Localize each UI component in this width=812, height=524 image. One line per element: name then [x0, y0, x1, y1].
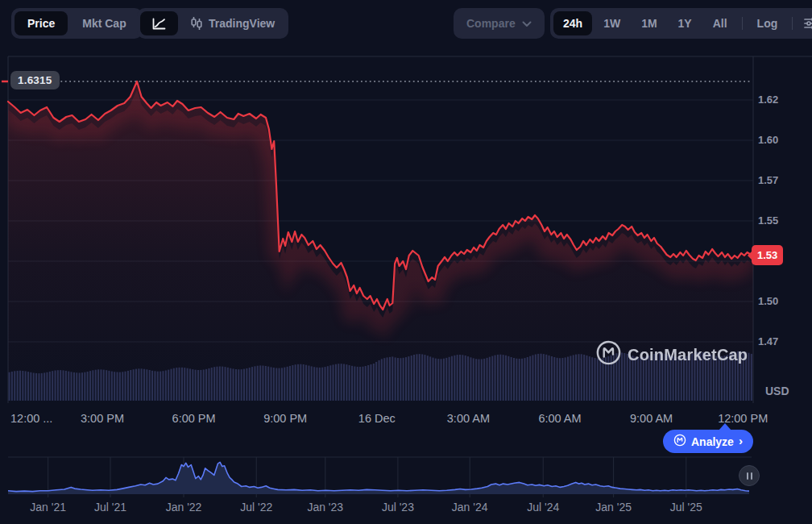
price-tick-label: 1.62	[758, 94, 778, 106]
compare-label: Compare	[466, 17, 516, 30]
mini-overview-series	[8, 462, 749, 494]
tradingview-mode-button[interactable]: TradingView	[180, 11, 285, 35]
range-button-1m[interactable]: 1M	[632, 11, 666, 35]
time-tick-label: 3:00 PM	[81, 412, 124, 425]
metric-toggle-mkt-cap[interactable]: Mkt Cap	[69, 11, 139, 35]
mini-time-tick-label: Jul '21	[94, 501, 126, 514]
range-button-1y[interactable]: 1Y	[669, 11, 702, 35]
log-scale-button[interactable]: Log	[748, 11, 788, 35]
time-tick-label: 3:00 AM	[447, 412, 490, 425]
range-drag-handle[interactable]	[739, 465, 760, 486]
axis-unit-label: USD	[765, 385, 789, 397]
mini-time-tick-label: Jan '25	[595, 501, 632, 514]
metric-toggle-group: PriceMkt Cap	[11, 8, 143, 39]
toolbar-divider	[742, 17, 743, 30]
chevron-down-icon	[522, 17, 532, 30]
price-tick-label: 1.60	[758, 134, 778, 146]
sliders-icon	[803, 16, 812, 31]
range-button-all[interactable]: All	[703, 11, 737, 35]
chart-settings-button[interactable]	[798, 11, 812, 35]
time-tick-label: 6:00 PM	[172, 412, 216, 425]
price-tick-label: 1.47	[758, 335, 778, 347]
line-chart-icon	[152, 18, 166, 30]
price-tick-label: 1.55	[758, 214, 778, 227]
range-button-24h[interactable]: 24h	[553, 11, 592, 35]
line-chart-mode-button[interactable]	[140, 11, 178, 35]
analyze-label: Analyze	[691, 435, 734, 448]
current-price-badge: 1.53	[752, 245, 783, 265]
range-button-1w[interactable]: 1W	[594, 11, 630, 35]
range-toggle-group: 24h1W1M1YAllLog	[550, 8, 812, 39]
mini-time-tick-label: Jan '22	[166, 501, 202, 514]
metric-toggle-price[interactable]: Price	[14, 11, 68, 35]
time-tick-label: 6:00 AM	[538, 412, 581, 425]
compare-button[interactable]: Compare	[454, 8, 545, 39]
analyze-button[interactable]: Analyze ›	[663, 430, 753, 453]
time-tick-label: 9:00 PM	[263, 412, 307, 425]
price-tick-label: 1.50	[758, 295, 778, 307]
price-tick-label: 1.57	[758, 174, 778, 186]
time-tick-label: 16 Dec	[358, 412, 396, 425]
mini-time-tick-label: Jan '23	[307, 501, 343, 514]
chevron-right-icon: ›	[739, 434, 743, 447]
mini-time-tick-label: Jul '25	[670, 501, 702, 514]
time-tick-label: 12:00 ...	[10, 412, 52, 425]
mini-time-tick-label: Jan '21	[30, 501, 66, 514]
toolbar-divider	[792, 17, 793, 30]
mini-time-tick-label: Jan '24	[452, 501, 488, 514]
analyze-logo-icon	[673, 434, 686, 450]
high-price-label: 1.6315	[10, 71, 60, 89]
coinmarketcap-watermark: CoinMarketCap	[595, 339, 748, 370]
candlestick-icon	[190, 16, 203, 31]
chart-type-toggle-group: TradingView	[137, 8, 288, 39]
coinmarketcap-logo-icon	[595, 339, 622, 370]
tradingview-label: TradingView	[209, 17, 275, 30]
time-tick-label: 9:00 AM	[630, 412, 673, 425]
mini-time-tick-label: Jul '24	[527, 501, 559, 514]
mini-line	[8, 462, 749, 491]
mini-time-tick-label: Jul '22	[240, 501, 272, 514]
watermark-text: CoinMarketCap	[628, 346, 748, 364]
mini-time-tick-label: Jul '23	[382, 501, 414, 514]
